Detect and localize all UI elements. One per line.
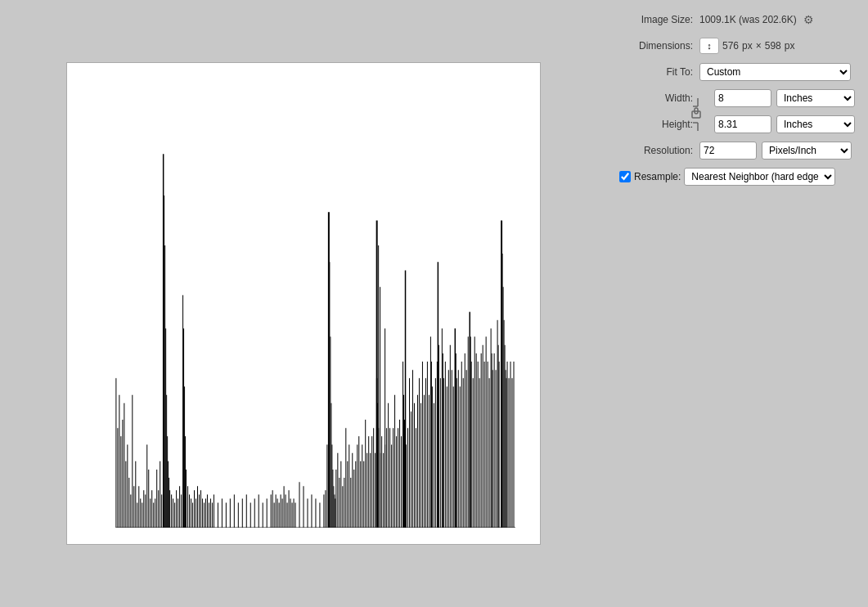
height-label: Height:	[619, 119, 693, 130]
height-row: Height: Inches Centimeters Pixels	[619, 115, 855, 134]
preview-area	[0, 0, 606, 607]
dimensions-unit1: px	[742, 40, 753, 52]
image-size-value: 1009.1K (was 202.6K)	[699, 14, 797, 25]
dimensions-label: Dimensions:	[619, 40, 693, 52]
svg-rect-247	[692, 111, 700, 118]
dimensions-chain-select[interactable]: ↕	[699, 38, 719, 54]
resolution-input[interactable]	[699, 142, 757, 160]
resolution-label: Resolution:	[619, 145, 693, 156]
chart-container	[67, 63, 540, 544]
resolution-row: Resolution: Pixels/Inch Pixels/Centimete…	[619, 141, 855, 160]
resolution-unit-select[interactable]: Pixels/Inch Pixels/Centimeter	[762, 142, 852, 160]
right-panel: Image Size: 1009.1K (was 202.6K) ⚙ Dimen…	[606, 0, 868, 607]
width-label: Width:	[619, 92, 693, 104]
resample-checkbox-group: Resample:	[619, 171, 681, 182]
dimensions-width-value: 576	[722, 40, 739, 52]
width-unit-select[interactable]: Inches Centimeters Pixels	[776, 89, 855, 107]
fit-to-label: Fit To:	[619, 66, 693, 78]
height-input[interactable]	[714, 115, 771, 133]
width-row: Width: Inches Centimeters Pixels	[619, 88, 855, 108]
width-input[interactable]	[714, 89, 771, 107]
gear-icon[interactable]: ⚙	[803, 13, 814, 26]
height-unit-select[interactable]: Inches Centimeters Pixels	[776, 115, 855, 133]
dimensions-separator: ×	[756, 40, 762, 52]
image-canvas	[66, 62, 541, 545]
lock-wrapper	[690, 88, 706, 141]
resample-row: Resample: Nearest Neighbor (hard edges) …	[619, 167, 855, 187]
resample-label[interactable]: Resample:	[634, 171, 681, 182]
image-size-row: Image Size: 1009.1K (was 202.6K) ⚙	[619, 10, 855, 29]
width-height-section: Width: Inches Centimeters Pixels Height:…	[619, 88, 855, 141]
dimensions-height-value: 598	[765, 40, 781, 52]
resample-method-select[interactable]: Nearest Neighbor (hard edges) Bilinear B…	[684, 168, 835, 186]
dimensions-row: Dimensions: ↕ 576 px × 598 px	[619, 36, 855, 56]
dimensions-unit2: px	[785, 40, 795, 52]
resample-checkbox[interactable]	[619, 171, 631, 182]
fit-to-row: Fit To: Custom Original Size Letter (8 x…	[619, 62, 855, 82]
chart-svg	[92, 79, 515, 528]
image-size-label: Image Size:	[619, 14, 693, 25]
lock-icon[interactable]	[690, 98, 705, 131]
dimensions-fields: ↕ 576 px × 598 px	[699, 38, 794, 54]
fit-to-select[interactable]: Custom Original Size Letter (8 x 10 in)	[699, 63, 851, 81]
